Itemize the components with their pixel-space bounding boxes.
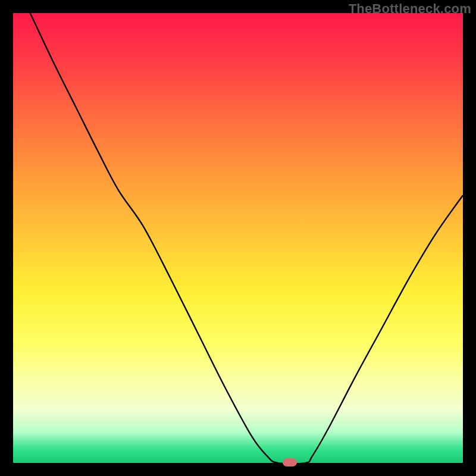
critical-point-marker <box>283 458 297 466</box>
bottleneck-curve <box>13 13 463 463</box>
chart-frame: TheBottleneck.com <box>0 0 476 476</box>
